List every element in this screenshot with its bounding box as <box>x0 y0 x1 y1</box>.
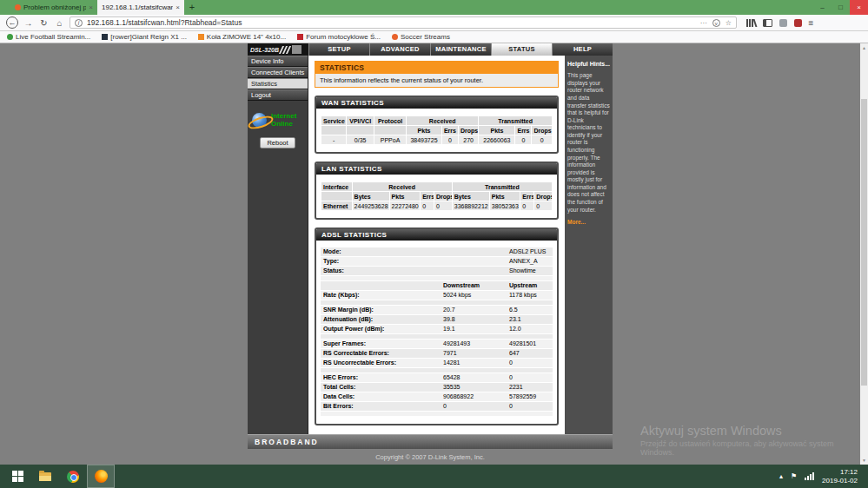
hamburger-menu-icon[interactable]: ≡ <box>809 18 814 28</box>
cell: 0 <box>442 135 458 144</box>
copyright-text: Copyright © 2007 D-Link System, Inc. <box>248 453 613 461</box>
sidebar-item-device-info[interactable]: Device Info <box>248 56 308 67</box>
sidebar-toggle-icon[interactable] <box>763 19 772 27</box>
start-button[interactable] <box>3 465 31 488</box>
bookmark-item[interactable]: Forum motocyklowe Ś... <box>297 33 381 41</box>
cell: 38052363 <box>490 201 520 210</box>
tab-close-icon[interactable]: × <box>89 3 93 11</box>
language-flag-icon[interactable]: ⚑ <box>791 472 797 480</box>
browser-tab-inactive[interactable]: Problem obniżonej prędkości i × <box>10 0 97 15</box>
sidebar-item-statistics[interactable]: Statistics <box>248 78 308 89</box>
adsl-spacer-row <box>321 334 553 339</box>
back-button[interactable]: ← <box>6 16 18 29</box>
wan-statistics-table: Service VPI/VCI Protocol Received Transm… <box>321 115 553 145</box>
internet-status-label: Internet Online <box>271 112 296 128</box>
home-button[interactable]: ⌂ <box>54 18 65 28</box>
chrome-icon <box>67 471 79 483</box>
adsl-statistics-table: Mode:ADSL2 PLUS Type:ANNEX_A Status:Show… <box>316 241 557 424</box>
tab-favicon-icon <box>15 4 21 10</box>
file-explorer-button[interactable] <box>31 465 59 488</box>
bookmark-favicon-icon <box>297 34 303 40</box>
chrome-button[interactable] <box>59 465 87 488</box>
tab-status[interactable]: STATUS <box>491 43 552 56</box>
maximize-button[interactable]: □ <box>832 0 850 15</box>
pocket-icon[interactable]: v <box>712 19 720 27</box>
cell: PPPoA <box>374 135 406 144</box>
adsl-row: Bit Errors:00 <box>321 402 553 411</box>
internet-status: Internet Online <box>252 112 306 128</box>
reload-button[interactable]: ↻ <box>38 18 50 28</box>
broadband-footer-bar: BROADBAND <box>248 434 613 449</box>
help-more-link[interactable]: More... <box>567 219 610 227</box>
bookmark-label: Forum motocyklowe Ś... <box>306 33 381 41</box>
windows-logo-icon <box>12 471 23 482</box>
sidebar-item-connected-clients[interactable]: Connected Clients <box>248 67 308 78</box>
adsl-spacer-row <box>321 412 553 416</box>
logo-block <box>292 45 301 54</box>
sidebar-item-logout[interactable]: Logout <box>248 89 308 101</box>
col-header: VPI/VCI <box>347 116 374 125</box>
cell: 0 <box>434 201 452 210</box>
col-header: Protocol <box>374 116 406 125</box>
tab-maintenance[interactable]: MAINTENANCE <box>430 43 491 56</box>
bookmark-item[interactable]: Live Football Streamin... <box>7 33 90 41</box>
browser-titlebar: Problem obniżonej prędkości i × 192.168.… <box>0 0 868 15</box>
site-info-icon[interactable]: i <box>75 19 83 27</box>
tab-close-icon[interactable]: × <box>176 3 180 11</box>
adsl-row: SNR Margin (dB):20.76.5 <box>321 306 553 314</box>
router-admin-page: DSL-320B SETUP ADVANCED MAINTENANCE STAT… <box>248 43 613 461</box>
forward-button[interactable]: → <box>23 18 34 28</box>
adblock-extension-icon[interactable] <box>794 19 802 27</box>
adsl-statistics-section: ADSL STATISTICS Mode:ADSL2 PLUS Type:ANN… <box>315 228 559 425</box>
windows-taskbar: ▴ ⚑ 17:12 2019-01-02 <box>0 465 868 488</box>
taskbar-clock[interactable]: 17:12 2019-01-02 <box>822 468 858 485</box>
router-body: Device Info Connected Clients Statistics… <box>248 56 613 434</box>
reboot-button[interactable]: Reboot <box>260 137 295 148</box>
adsl-spacer-row <box>321 276 553 280</box>
dlink-logo: DSL-320B <box>248 43 308 56</box>
col-header: Transmitted <box>453 182 552 191</box>
library-icon[interactable] <box>746 19 756 27</box>
scroll-down-icon[interactable]: ▼ <box>860 456 868 465</box>
tab-setup[interactable]: SETUP <box>308 43 369 56</box>
bookmark-label: Live Football Streamin... <box>16 33 90 41</box>
toolbar-right-icons: ≡ <box>746 18 813 28</box>
tab-help[interactable]: HELP <box>552 43 613 56</box>
col-header: Errs <box>421 192 434 201</box>
firefox-button[interactable] <box>87 465 115 488</box>
cell: 0 <box>532 135 552 144</box>
page-description: This information reflects the current st… <box>315 74 558 87</box>
col-header: Pkts <box>490 192 520 201</box>
watermark-line2: Przejdź do ustawień komputera, aby aktyw… <box>640 439 868 457</box>
page-actions-icon[interactable]: ··· <box>700 19 707 27</box>
scrollbar-thumb[interactable] <box>861 99 867 386</box>
hidden-icons-chevron-icon[interactable]: ▴ <box>779 472 783 480</box>
helpful-hints-panel: Helpful Hints... This page displays your… <box>565 56 613 434</box>
minimize-button[interactable]: – <box>813 0 832 15</box>
bookmark-item[interactable]: Koła ZIMOWE 14" 4x10... <box>198 33 286 41</box>
bookmark-favicon-icon <box>102 34 108 40</box>
extension-icon[interactable] <box>779 19 787 27</box>
adsl-spacer-row <box>321 368 553 373</box>
scroll-up-icon[interactable]: ▲ <box>860 43 868 52</box>
cell: 270 <box>459 135 478 144</box>
network-signal-icon[interactable] <box>805 472 814 480</box>
vertical-scrollbar[interactable]: ▲ ▼ <box>860 43 868 465</box>
bookmark-item[interactable]: [rower]Giant Reign X1 ... <box>102 33 187 41</box>
col-header: Errs <box>515 126 531 135</box>
cell: 0 <box>421 201 434 210</box>
col-header: Transmitted <box>479 116 552 125</box>
bookmark-item[interactable]: Soccer Streams <box>392 33 450 41</box>
lan-statistics-table: Interface Received Transmitted Bytes Pkt… <box>321 181 553 211</box>
tab-advanced[interactable]: ADVANCED <box>369 43 430 56</box>
wan-statistics-section: WAN STATISTICS Service VPI/VCI Protocol … <box>315 96 559 154</box>
adsl-row: RS Uncorrectable Errors:142810 <box>321 359 553 367</box>
new-tab-button[interactable]: + <box>184 0 200 15</box>
bookmark-star-icon[interactable]: ☆ <box>726 19 732 27</box>
page-viewport: DSL-320B SETUP ADVANCED MAINTENANCE STAT… <box>0 43 868 465</box>
close-button[interactable]: × <box>850 0 868 15</box>
statistics-banner: STATISTICS This information reflects the… <box>315 61 559 88</box>
address-bar[interactable]: i 192.168.1.1/statsifcwan.html?Rtabhead=… <box>70 16 737 29</box>
url-text[interactable]: 192.168.1.1/statsifcwan.html?Rtabhead=St… <box>87 18 696 27</box>
browser-tab-active[interactable]: 192.168.1.1/statsifcwan.html?Rtabh × <box>97 0 184 15</box>
